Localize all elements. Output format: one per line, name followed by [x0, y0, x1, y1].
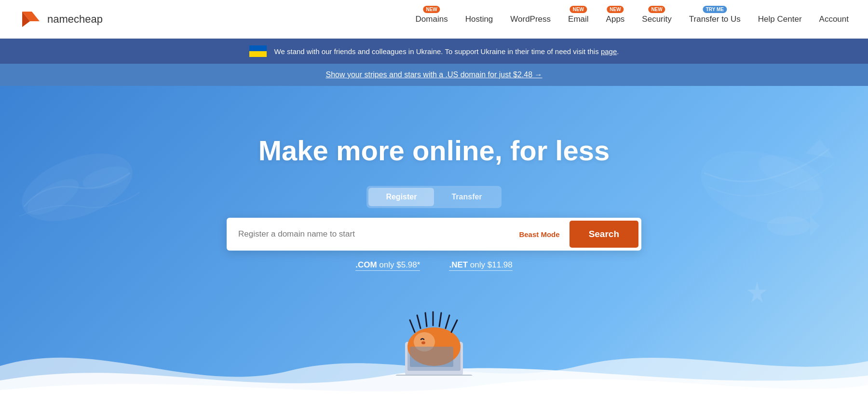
hedgehog-svg [386, 289, 482, 376]
nav-item-domains[interactable]: NEW Domains [416, 14, 448, 24]
promo-link[interactable]: Show your stripes and stars with a .US d… [326, 70, 542, 79]
register-tab[interactable]: Register [368, 188, 434, 206]
svg-line-19 [451, 320, 457, 332]
nav-label-domains: Domains [416, 14, 448, 24]
ukraine-flag [249, 45, 267, 57]
domain-tab-group: Register Transfer [366, 186, 501, 208]
svg-line-17 [439, 313, 441, 326]
transfer-tab[interactable]: Transfer [434, 188, 499, 206]
svg-line-18 [446, 315, 449, 328]
main-nav: NEW Domains Hosting WordPress NEW Email … [416, 14, 849, 24]
svg-line-14 [417, 315, 420, 328]
nav-label-account: Account [819, 14, 849, 24]
tld-links-group: .COM only $5.98* .NET only $11.98 [355, 260, 513, 271]
security-badge: NEW [648, 6, 665, 13]
logo-text: namecheap [47, 13, 103, 26]
apps-badge: NEW [607, 6, 624, 13]
email-badge: NEW [570, 6, 587, 13]
domains-badge: NEW [423, 6, 440, 13]
flag-bottom [249, 51, 267, 57]
svg-rect-22 [410, 347, 453, 367]
nav-label-help: Help Center [758, 14, 802, 24]
hedgehog-mascot [386, 289, 482, 376]
nav-item-email[interactable]: NEW Email [568, 14, 589, 24]
search-button[interactable]: Search [570, 221, 638, 248]
net-tld-link[interactable]: .NET only $11.98 [449, 260, 512, 271]
svg-rect-11 [395, 375, 473, 376]
nav-label-wordpress: WordPress [510, 14, 551, 24]
nav-item-account[interactable]: Account [819, 14, 849, 24]
flag-top [249, 45, 267, 51]
nav-item-security[interactable]: NEW Security [642, 14, 671, 24]
nav-item-help[interactable]: Help Center [758, 14, 802, 24]
promo-banner: Show your stripes and stars with a .US d… [0, 64, 868, 86]
domain-search-box: Beast Mode Search [227, 218, 641, 251]
ukraine-banner: We stand with our friends and colleagues… [0, 39, 868, 64]
nav-label-transfer: Transfer to Us [689, 14, 741, 24]
nav-label-security: Security [642, 14, 671, 24]
hero-section: Make more online, for less Register Tran… [0, 86, 868, 405]
logo-area[interactable]: n namecheap [19, 8, 103, 31]
ukraine-text: We stand with our friends and colleagues… [274, 47, 619, 56]
nav-label-hosting: Hosting [465, 14, 493, 24]
hero-content: Make more online, for less Register Tran… [0, 86, 868, 271]
svg-line-13 [410, 320, 415, 332]
namecheap-logo-icon: n [19, 8, 42, 31]
svg-point-21 [421, 341, 425, 344]
transfer-badge: TRY ME [703, 6, 727, 13]
nav-item-wordpress[interactable]: WordPress [510, 14, 551, 24]
nav-item-hosting[interactable]: Hosting [465, 14, 493, 24]
beast-mode-button[interactable]: Beast Mode [509, 230, 569, 239]
com-tld-link[interactable]: .COM only $5.98* [355, 260, 420, 271]
nav-label-email: Email [568, 14, 589, 24]
nav-item-apps[interactable]: NEW Apps [606, 14, 625, 24]
ukraine-link[interactable]: page [601, 47, 617, 56]
starfish-decoration [743, 279, 772, 308]
nav-label-apps: Apps [606, 14, 625, 24]
svg-marker-8 [747, 281, 767, 303]
svg-line-15 [425, 313, 427, 326]
nav-item-transfer[interactable]: TRY ME Transfer to Us [689, 14, 741, 24]
domain-search-input[interactable] [238, 229, 509, 239]
header: n namecheap NEW Domains Hosting WordPres… [0, 0, 868, 39]
hero-title: Make more online, for less [258, 134, 610, 167]
